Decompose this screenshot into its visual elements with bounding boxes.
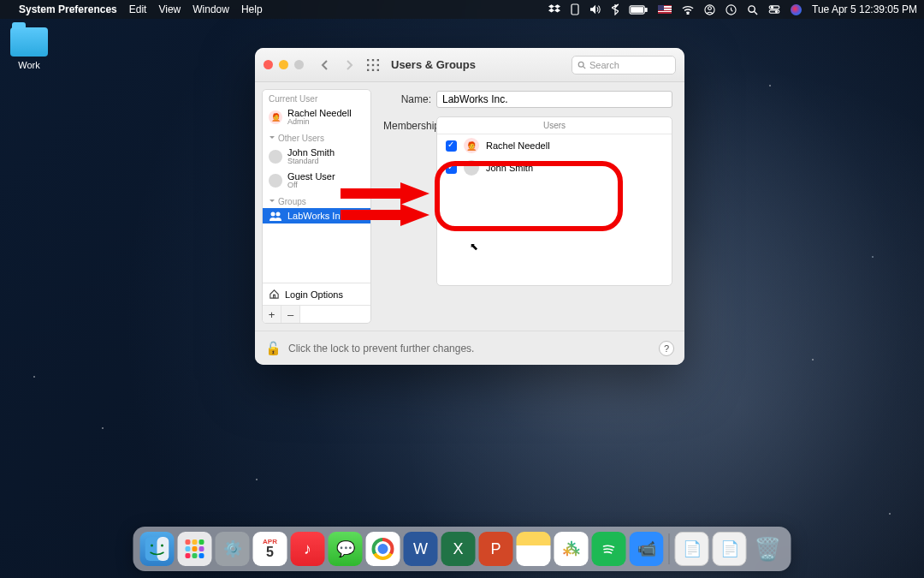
svg-point-11 xyxy=(771,6,773,8)
remove-button[interactable]: – xyxy=(281,306,300,323)
users-column-header: Users xyxy=(437,117,672,134)
login-options-label: Login Options xyxy=(285,289,343,300)
window-footer: 🔓 Click the lock to prevent further chan… xyxy=(255,331,684,365)
dock-excel[interactable]: X xyxy=(441,532,476,566)
input-source-flag-icon[interactable] xyxy=(658,5,672,14)
dock-notes[interactable] xyxy=(517,532,551,566)
membership-label: Membership: xyxy=(383,120,431,132)
svg-rect-0 xyxy=(572,4,578,15)
login-options[interactable]: Login Options xyxy=(263,283,370,305)
bluetooth-icon[interactable] xyxy=(612,3,619,15)
desktop-folder-label: Work xyxy=(10,60,48,70)
help-button[interactable]: ? xyxy=(659,341,674,356)
search-icon xyxy=(578,61,586,69)
svg-rect-18 xyxy=(377,63,379,65)
avatar: 🧑‍🦰 xyxy=(269,110,282,124)
svg-rect-20 xyxy=(372,69,374,70)
user-role: Admin xyxy=(287,118,352,127)
dock-file-2[interactable]: 📄 xyxy=(713,532,747,566)
avatar xyxy=(464,160,479,176)
dock-powerpoint[interactable]: P xyxy=(479,532,513,566)
other-users-section-label[interactable]: Other Users xyxy=(263,129,370,145)
dock-separator xyxy=(669,533,670,564)
window-title: Users & Groups xyxy=(391,58,476,71)
menu-view[interactable]: View xyxy=(158,3,181,15)
back-button[interactable] xyxy=(316,56,335,74)
menu-help[interactable]: Help xyxy=(241,3,263,15)
dock-launchpad[interactable] xyxy=(178,532,212,566)
dock-finder[interactable] xyxy=(140,532,175,566)
menubar-datetime[interactable]: Tue Apr 5 12:39:05 PM xyxy=(812,3,917,15)
svg-rect-13 xyxy=(367,59,369,61)
device-icon[interactable] xyxy=(571,3,579,15)
sidebar-user-john[interactable]: John Smith Standard xyxy=(263,145,370,169)
lock-text: Click the lock to prevent further change… xyxy=(288,343,474,355)
dropbox-icon[interactable] xyxy=(548,4,560,15)
app-menu[interactable]: System Preferences xyxy=(19,3,117,15)
show-all-button[interactable] xyxy=(364,56,382,74)
add-button[interactable]: + xyxy=(263,306,281,323)
avatar xyxy=(269,150,282,164)
close-button[interactable] xyxy=(264,60,273,69)
menu-window[interactable]: Window xyxy=(192,3,229,15)
dock-system-preferences[interactable]: ⚙️ xyxy=(216,532,250,566)
control-center-icon[interactable] xyxy=(768,5,780,14)
group-name-input[interactable] xyxy=(436,91,672,108)
svg-point-12 xyxy=(775,10,777,12)
search-placeholder: Search xyxy=(589,60,619,70)
other-users-text: Other Users xyxy=(278,134,324,143)
svg-point-22 xyxy=(578,62,583,67)
current-user-section-label: Current User xyxy=(263,90,370,105)
member-name: John Smith xyxy=(486,163,533,173)
groups-section-label[interactable]: Groups xyxy=(263,193,370,208)
dock-calendar[interactable]: APR5 xyxy=(253,532,287,566)
minimize-button[interactable] xyxy=(279,60,288,69)
desktop-folder-work[interactable]: Work xyxy=(10,27,48,70)
group-detail-pane: Name: Membership: Users 🧑‍🦰 Rachel Neede… xyxy=(378,82,684,331)
zoom-button[interactable] xyxy=(294,60,304,69)
user-icon[interactable] xyxy=(704,4,715,15)
name-label: Name: xyxy=(383,93,431,105)
dock-zoom[interactable]: 📹 xyxy=(630,532,664,566)
folder-icon xyxy=(10,27,48,57)
svg-rect-3 xyxy=(631,7,643,12)
volume-icon[interactable] xyxy=(589,4,601,15)
chevron-down-icon xyxy=(269,134,275,141)
forward-button[interactable] xyxy=(340,56,358,74)
dock-slack[interactable]: ⁂ xyxy=(554,532,589,566)
menu-edit[interactable]: Edit xyxy=(129,3,147,15)
sidebar-current-user[interactable]: 🧑‍🦰 Rachel Needell Admin xyxy=(263,105,370,129)
user-role: Off xyxy=(287,182,335,190)
dock-trash[interactable]: 🗑️ xyxy=(750,532,785,566)
spotlight-icon[interactable] xyxy=(747,4,758,15)
svg-point-6 xyxy=(708,6,712,9)
dock-spotify[interactable] xyxy=(592,532,626,566)
users-and-groups-window: Users & Groups Search Current User 🧑‍🦰 R… xyxy=(255,48,684,365)
dock-word[interactable]: W xyxy=(404,532,438,566)
membership-table: Users 🧑‍🦰 Rachel Needell John Smith xyxy=(436,116,672,286)
membership-row-john[interactable]: John Smith xyxy=(437,157,672,179)
search-input[interactable]: Search xyxy=(572,56,676,74)
dock-music[interactable]: ♪ xyxy=(291,532,325,566)
siri-icon[interactable] xyxy=(791,4,802,15)
member-name: Rachel Needell xyxy=(486,140,550,151)
member-checkbox[interactable] xyxy=(446,140,457,152)
dock-messages[interactable]: 💬 xyxy=(329,532,363,566)
mouse-cursor-icon: ⬉ xyxy=(470,241,478,253)
svg-rect-2 xyxy=(645,8,647,11)
clock-icon[interactable] xyxy=(726,4,737,15)
dock-chrome[interactable] xyxy=(366,532,400,566)
svg-point-4 xyxy=(687,13,689,15)
member-checkbox[interactable] xyxy=(446,163,457,174)
lock-icon[interactable]: 🔓 xyxy=(265,341,281,356)
svg-point-27 xyxy=(151,545,153,547)
battery-icon[interactable] xyxy=(629,5,648,15)
membership-row-rachel[interactable]: 🧑‍🦰 Rachel Needell xyxy=(437,134,672,157)
wifi-icon[interactable] xyxy=(682,5,694,15)
dock: ⚙️ APR5 ♪ 💬 W X P ⁂ 📹 📄 📄 🗑️ xyxy=(133,527,791,571)
sidebar-group-labworks[interactable]: LabWorks Inc. xyxy=(263,208,370,223)
sidebar-user-guest[interactable]: Guest User Off xyxy=(263,169,370,193)
window-titlebar[interactable]: Users & Groups Search xyxy=(255,48,684,82)
svg-rect-19 xyxy=(367,69,369,70)
dock-file-1[interactable]: 📄 xyxy=(675,532,709,566)
